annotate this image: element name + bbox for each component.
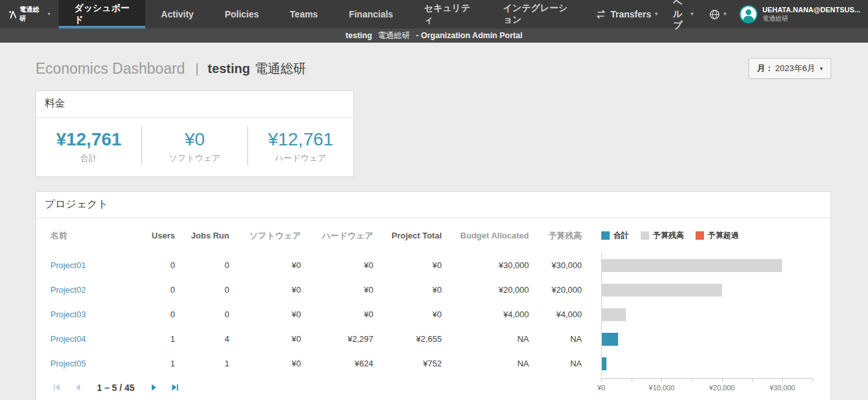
cell-total: ¥0 <box>373 260 442 270</box>
user-menu[interactable]: UEHATA.NANA@DENTSUS... 電通総研 <box>737 5 863 23</box>
cell-software: ¥0 <box>229 310 301 319</box>
chart-bar <box>602 333 618 346</box>
chart-bar-track <box>601 278 812 302</box>
fee-stat-value: ¥12,761 <box>248 129 353 151</box>
nav-tab[interactable]: Policies <box>209 0 274 28</box>
cell-budget: ¥30,000 <box>442 260 529 270</box>
axis-tick-label: ¥30,000 <box>769 384 795 392</box>
chevron-down-icon: ▾ <box>655 12 657 17</box>
cell-users: 0 <box>147 260 175 270</box>
fees-stats: ¥12,761 合計 ¥0 ソフトウェア ¥12,761 ハードウェア <box>36 118 353 176</box>
chart-bar-track <box>601 352 812 376</box>
cell-hardware: ¥0 <box>301 310 373 319</box>
cell-total: ¥0 <box>373 285 442 295</box>
legend-swatch <box>641 231 649 240</box>
chart-bar-track <box>601 302 812 327</box>
axis-tick <box>692 379 692 382</box>
month-prefix: 月 : <box>757 63 770 74</box>
globe-icon <box>709 9 720 20</box>
nav-tab[interactable]: セキュリティ <box>409 0 488 28</box>
cell-software: ¥0 <box>229 359 301 368</box>
page-body: Economics Dashboard | testing 電通総研 月 : 2… <box>0 43 868 400</box>
col-header-remaining[interactable]: 予算残高 <box>529 230 582 242</box>
nav-tab[interactable]: ダッシュボード <box>59 0 145 28</box>
table-row: Project02 0 0 ¥0 ¥0 ¥0 ¥20,000 ¥20,000 <box>36 278 831 302</box>
cell-hardware: ¥0 <box>301 285 373 295</box>
logo-label: 電通総研 <box>19 5 45 23</box>
cell-jobs: 0 <box>175 260 229 270</box>
chevron-down-icon: ▾ <box>48 12 50 17</box>
fees-card-title: 料金 <box>36 91 353 118</box>
legend-swatch <box>696 231 704 240</box>
table-row: Project01 0 0 ¥0 ¥0 ¥0 ¥30,000 ¥30,000 <box>36 253 831 278</box>
fee-stat: ¥0 ソフトウェア <box>141 126 247 165</box>
col-header-budget[interactable]: Budget Allocated <box>442 231 529 240</box>
avatar <box>739 5 758 23</box>
org-logo[interactable]: 電通総研 ▾ <box>0 0 59 28</box>
col-header-hardware[interactable]: ハードウェア <box>301 230 373 242</box>
col-header-jobs[interactable]: Jobs Run <box>175 231 229 240</box>
previous-page-button[interactable] <box>72 382 83 394</box>
projects-table-header: 名前 Users Jobs Run ソフトウェア ハードウェア Project … <box>36 218 831 253</box>
fee-stat: ¥12,761 ハードウェア <box>247 126 353 165</box>
cell-budget: NA <box>442 359 529 368</box>
cell-total: ¥752 <box>373 359 442 368</box>
cell-users: 1 <box>147 359 175 368</box>
org-context-suffix: - Organization Admin Portal <box>416 31 522 40</box>
project-link[interactable]: Project05 <box>50 359 86 368</box>
cell-total: ¥0 <box>373 310 442 319</box>
title-row: Economics Dashboard | testing 電通総研 月 : 2… <box>36 43 831 79</box>
axis-tick-label: ¥10,000 <box>649 384 675 392</box>
nav-right: Transfers ▾ ヘルプ ▾ ▾ UEHATA.NANA@DENTSUS.… <box>590 0 868 28</box>
legend-label: 予算超過 <box>708 230 739 241</box>
cell-remaining: ¥4,000 <box>529 310 582 319</box>
last-page-button[interactable] <box>169 382 181 394</box>
fees-card: 料金 ¥12,761 合計 ¥0 ソフトウェア ¥12,761 ハードウェア <box>36 90 354 177</box>
axis-tick <box>782 379 783 382</box>
projects-table-footer: 1 – 5 / 45 ¥0¥10,000¥20,000¥30,000 <box>36 376 831 400</box>
cell-jobs: 4 <box>175 334 229 344</box>
cell-jobs: 0 <box>175 285 229 295</box>
project-link[interactable]: Project03 <box>50 310 86 319</box>
chart-bar <box>602 357 606 370</box>
chart-x-axis: ¥0¥10,000¥20,000¥30,000 <box>601 378 812 400</box>
fee-stat-label: 合計 <box>36 153 141 164</box>
table-row: Project05 1 1 ¥0 ¥624 ¥752 NA NA <box>36 352 831 376</box>
month-select-button[interactable]: 月 : 2023年6月 ▾ <box>749 58 831 79</box>
project-link[interactable]: Project02 <box>50 285 86 295</box>
user-info: UEHATA.NANA@DENTSUS... 電通総研 <box>763 6 861 23</box>
cell-remaining: NA <box>529 359 582 368</box>
nav-tab[interactable]: Teams <box>274 0 333 28</box>
project-link[interactable]: Project04 <box>50 334 86 344</box>
fee-stat: ¥12,761 合計 <box>36 126 141 165</box>
nav-tab[interactable]: Activity <box>145 0 209 28</box>
axis-tick-label: ¥0 <box>597 384 605 392</box>
language-menu[interactable]: ▾ <box>704 9 732 20</box>
nav-tabs: ダッシュボード Activity Policies Teams Financia… <box>59 0 590 28</box>
cell-software: ¥0 <box>229 334 301 344</box>
cell-hardware: ¥2,297 <box>301 334 373 344</box>
chart-bar-track <box>601 327 812 352</box>
legend-swatch <box>601 231 610 240</box>
legend-label: 合計 <box>614 230 629 241</box>
user-org: 電通総研 <box>763 15 861 23</box>
first-page-button[interactable] <box>50 382 62 394</box>
axis-tick <box>632 379 632 382</box>
nav-tab[interactable]: Financials <box>333 0 408 28</box>
chart-row-cell <box>582 327 812 352</box>
user-email: UEHATA.NANA@DENTSUS... <box>763 6 861 15</box>
cell-hardware: ¥624 <box>301 359 373 368</box>
cell-remaining: NA <box>529 334 582 344</box>
col-header-name[interactable]: 名前 <box>50 230 147 242</box>
projects-card: プロジェクト 名前 Users Jobs Run ソフトウェア ハードウェア P… <box>36 191 831 400</box>
cell-total: ¥2,655 <box>373 334 442 344</box>
col-header-software[interactable]: ソフトウェア <box>229 230 301 242</box>
col-header-users[interactable]: Users <box>147 231 175 240</box>
nav-tab[interactable]: インテグレーション <box>488 0 590 28</box>
project-link[interactable]: Project01 <box>50 260 86 270</box>
transfers-menu[interactable]: Transfers ▾ <box>590 9 663 19</box>
help-menu[interactable]: ヘルプ ▾ <box>668 0 698 32</box>
next-page-button[interactable] <box>148 382 160 394</box>
logo-mark-icon <box>8 10 16 19</box>
col-header-total[interactable]: Project Total <box>373 231 442 240</box>
